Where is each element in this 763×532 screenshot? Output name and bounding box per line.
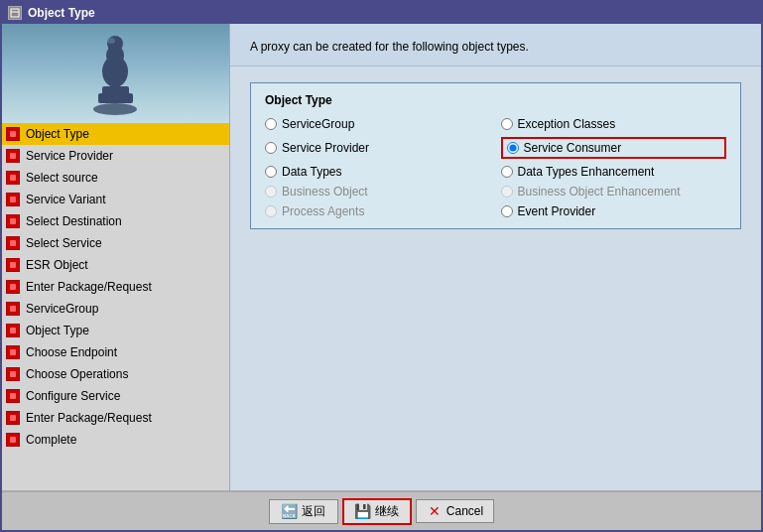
radio-item-opt10[interactable]: Event Provider [501, 204, 727, 218]
sidebar-item-label: Service Provider [26, 149, 113, 163]
radio-label-opt3: Service Provider [282, 141, 369, 155]
radio-item-opt7: Business Object [265, 185, 491, 199]
title-bar: Object Type [2, 2, 761, 24]
radio-item-opt1[interactable]: ServiceGroup [265, 117, 491, 131]
sidebar-image [2, 24, 229, 123]
radio-opt7 [265, 186, 277, 198]
sidebar-item-label: Choose Endpoint [26, 345, 117, 359]
cancel-button[interactable]: ✕ Cancel [416, 499, 494, 523]
back-button[interactable]: 🔙 返回 [269, 499, 338, 524]
sidebar-item-6[interactable]: ESR Object [2, 254, 229, 276]
radio-opt4[interactable] [507, 142, 519, 154]
sidebar-item-11[interactable]: Choose Operations [2, 363, 229, 385]
sidebar-item-10[interactable]: Choose Endpoint [2, 341, 229, 363]
svg-rect-0 [11, 9, 19, 17]
radio-label-opt2: Exception Classes [518, 117, 616, 131]
radio-label-opt9: Process Agents [282, 204, 364, 218]
sidebar-item-0[interactable]: Object Type [2, 123, 229, 145]
radio-item-opt8: Business Object Enhancement [501, 185, 727, 199]
radio-label-opt1: ServiceGroup [282, 117, 354, 131]
sidebar-item-9[interactable]: Object Type [2, 320, 229, 341]
description-area: A proxy can be created for the following… [230, 24, 761, 66]
radio-opt2[interactable] [501, 118, 513, 130]
next-button[interactable]: 💾 继续 [342, 498, 412, 525]
main-window: Object Type [0, 0, 763, 532]
sidebar-item-2[interactable]: Select source [2, 167, 229, 189]
sidebar-item-label: Object Type [26, 127, 89, 141]
radio-opt9 [265, 205, 277, 217]
radio-grid: ServiceGroupException ClassesService Pro… [265, 117, 726, 218]
sidebar-item-label: Select Destination [26, 214, 122, 228]
sidebar-item-icon [6, 171, 20, 185]
radio-item-opt6[interactable]: Data Types Enhancement [501, 165, 727, 179]
sidebar-item-icon [6, 389, 20, 403]
sidebar-item-4[interactable]: Select Destination [2, 210, 229, 232]
svg-point-2 [93, 103, 137, 115]
radio-item-opt9: Process Agents [265, 204, 491, 218]
sidebar-item-label: Configure Service [26, 389, 120, 403]
panel-title: Object Type [265, 93, 726, 107]
sidebar-item-label: Enter Package/Request [26, 411, 152, 425]
sidebar-item-icon [6, 214, 20, 228]
sidebar-items-list: Object TypeService ProviderSelect source… [2, 123, 229, 490]
panel-box: Object Type ServiceGroupException Classe… [250, 82, 741, 229]
toolbar: 🔙 返回 💾 继续 ✕ Cancel [2, 490, 761, 530]
sidebar-item-icon [6, 324, 20, 337]
sidebar-item-icon [6, 367, 20, 381]
window-icon [8, 6, 22, 20]
radio-opt8 [501, 186, 513, 198]
sidebar-item-12[interactable]: Configure Service [2, 385, 229, 407]
content-area: A proxy can be created for the following… [230, 24, 761, 490]
cancel-label: Cancel [446, 504, 483, 518]
sidebar-item-3[interactable]: Service Variant [2, 189, 229, 210]
window-title: Object Type [28, 6, 95, 20]
cancel-icon: ✕ [427, 503, 443, 519]
sidebar-item-label: Service Variant [26, 193, 105, 206]
radio-label-opt10: Event Provider [518, 204, 596, 218]
back-icon: 🔙 [282, 503, 298, 519]
sidebar: Object TypeService ProviderSelect source… [2, 24, 230, 490]
radio-item-opt2[interactable]: Exception Classes [501, 117, 727, 131]
sidebar-item-icon [6, 411, 20, 425]
sidebar-item-7[interactable]: Enter Package/Request [2, 276, 229, 298]
radio-label-opt8: Business Object Enhancement [518, 185, 681, 199]
main-content: Object TypeService ProviderSelect source… [2, 24, 761, 490]
sidebar-item-icon [6, 433, 20, 447]
sidebar-item-icon [6, 345, 20, 359]
sidebar-item-label: Object Type [26, 324, 89, 337]
radio-label-opt4: Service Consumer [524, 141, 622, 155]
sidebar-item-icon [6, 302, 20, 316]
sidebar-item-label: Select Service [26, 236, 102, 250]
radio-item-opt5[interactable]: Data Types [265, 165, 491, 179]
next-icon: 💾 [355, 503, 371, 519]
radio-label-opt6: Data Types Enhancement [518, 165, 655, 179]
sidebar-item-icon [6, 258, 20, 272]
sidebar-item-14[interactable]: Complete [2, 429, 229, 451]
radio-opt10[interactable] [501, 205, 513, 217]
sidebar-item-label: Select source [26, 171, 98, 185]
radio-opt3[interactable] [265, 142, 277, 154]
next-label: 继续 [375, 503, 399, 520]
sidebar-item-icon [6, 280, 20, 294]
sidebar-item-1[interactable]: Service Provider [2, 145, 229, 167]
sidebar-item-icon [6, 127, 20, 141]
radio-opt6[interactable] [501, 166, 513, 178]
radio-item-opt4[interactable]: Service Consumer [501, 137, 727, 159]
svg-point-8 [107, 38, 115, 44]
radio-opt1[interactable] [265, 118, 277, 130]
radio-label-opt5: Data Types [282, 165, 341, 179]
sidebar-item-label: ServiceGroup [26, 302, 98, 316]
sidebar-item-label: Complete [26, 433, 76, 447]
sidebar-item-13[interactable]: Enter Package/Request [2, 407, 229, 429]
sidebar-item-8[interactable]: ServiceGroup [2, 298, 229, 320]
sidebar-item-icon [6, 193, 20, 206]
back-label: 返回 [302, 503, 325, 520]
sidebar-item-label: Choose Operations [26, 367, 128, 381]
object-type-panel: Object Type ServiceGroupException Classe… [230, 66, 761, 490]
sidebar-item-5[interactable]: Select Service [2, 232, 229, 254]
radio-opt5[interactable] [265, 166, 277, 178]
radio-item-opt3[interactable]: Service Provider [265, 137, 491, 159]
sidebar-item-label: Enter Package/Request [26, 280, 152, 294]
radio-label-opt7: Business Object [282, 185, 368, 199]
sidebar-item-icon [6, 149, 20, 163]
